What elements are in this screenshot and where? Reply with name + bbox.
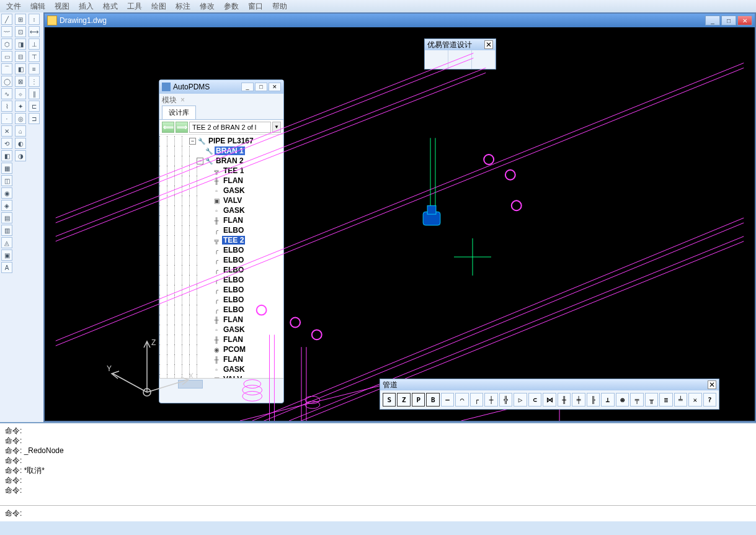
- pipe-tool-16[interactable]: ⊛: [616, 393, 629, 407]
- tree-item-flan[interactable]: ╫FLAN: [159, 215, 283, 225]
- tree-item-gask[interactable]: ▫GASK: [159, 325, 283, 335]
- tree-item-elbo[interactable]: ╭ELBO: [159, 275, 283, 285]
- snap-tool-btn-0[interactable]: ↕: [29, 14, 40, 25]
- modify-tool-btn-7[interactable]: ✦: [15, 101, 26, 112]
- autopdms-tab-module[interactable]: 模块: [162, 95, 177, 106]
- tree-item-gask[interactable]: ▫GASK: [159, 364, 283, 374]
- drawing-maximize-button[interactable]: □: [721, 16, 736, 25]
- drawing-minimize-button[interactable]: _: [705, 16, 720, 25]
- pipe-tool-22[interactable]: ?: [703, 393, 716, 407]
- tree-item-gask[interactable]: ▫GASK: [159, 205, 283, 215]
- nav-path-field[interactable]: TEE 2 of BRAN 2 of l: [189, 122, 271, 133]
- tree-expand-icon[interactable]: −: [189, 138, 196, 145]
- modify-tool-btn-5[interactable]: ⊠: [15, 76, 26, 87]
- pipe-tool-8[interactable]: ╬: [499, 393, 512, 407]
- draw-tool-btn-7[interactable]: ⌇: [1, 101, 12, 112]
- tree-item-pipe-pl3167[interactable]: −🔧PIPE PL3167: [159, 136, 283, 146]
- pipe-toolbar-close-button[interactable]: ✕: [708, 380, 716, 389]
- pipe-tool-4[interactable]: —: [441, 393, 454, 407]
- tree-item-elbo[interactable]: ╭ELBO: [159, 255, 283, 265]
- tree-item-valv[interactable]: ▣VALV: [159, 374, 283, 378]
- draw-tool-btn-3[interactable]: ▭: [1, 51, 12, 62]
- draw-tool-btn-5[interactable]: ◯: [1, 76, 12, 87]
- autopdms-panel[interactable]: AutoPDMS _ □ ✕ 模块× 设计库 ⟸ ⟹ TEE 2 of BRAN…: [159, 79, 284, 403]
- command-input[interactable]: [24, 508, 751, 519]
- draw-tool-btn-18[interactable]: ◬: [1, 237, 12, 248]
- draw-tool-btn-11[interactable]: ◧: [1, 150, 12, 161]
- tree-expand-icon[interactable]: −: [197, 158, 203, 164]
- draw-tool-btn-12[interactable]: ▦: [1, 163, 12, 174]
- autopdms-tab-library[interactable]: 设计库: [162, 106, 196, 119]
- draw-tool-btn-4[interactable]: ⌒: [1, 63, 12, 74]
- modify-tool-btn-8[interactable]: ◎: [15, 113, 26, 124]
- snap-tool-btn-1[interactable]: ⟷: [29, 26, 40, 37]
- pipe-tool-18[interactable]: ╥: [645, 393, 658, 407]
- modify-tool-btn-0[interactable]: ⊞: [15, 14, 26, 25]
- draw-tool-btn-17[interactable]: ▥: [1, 225, 12, 236]
- pipe-tool-5[interactable]: ⌒: [455, 393, 468, 407]
- pipe-tool-11[interactable]: ⋈: [543, 393, 556, 407]
- pipe-tool-0[interactable]: S: [383, 393, 396, 407]
- menu-视图[interactable]: 视图: [51, 0, 73, 13]
- tree-item-elbo[interactable]: ╭ELBO: [159, 305, 283, 315]
- tree-item-pcom[interactable]: ◉PCOM: [159, 344, 283, 354]
- snap-tool-btn-2[interactable]: ⊥: [29, 38, 40, 50]
- pipe-tool-13[interactable]: ╪: [572, 393, 585, 407]
- drawing-close-button[interactable]: ✕: [737, 16, 752, 25]
- snap-tool-btn-4[interactable]: ≡: [29, 63, 40, 74]
- tree-item-tee-2[interactable]: ╦TEE 2: [159, 235, 283, 245]
- modify-tool-btn-6[interactable]: ⟐: [15, 88, 26, 99]
- pipe-toolbar[interactable]: 管道 ✕ SZPB—⌒┌┼╬▷⊂⋈╫╪╟⊥⊛╤╥≡╧✕?: [380, 379, 719, 410]
- pipe-tool-12[interactable]: ╫: [558, 393, 571, 407]
- menu-参数[interactable]: 参数: [220, 0, 242, 13]
- tree-item-flan[interactable]: ╫FLAN: [159, 354, 283, 364]
- tree-item-flan[interactable]: ╫FLAN: [159, 335, 283, 344]
- menu-工具[interactable]: 工具: [123, 0, 146, 13]
- autopdms-minimize-button[interactable]: _: [241, 83, 254, 91]
- tree-item-bran-2[interactable]: −🔧BRAN 2: [159, 156, 283, 166]
- pipe-tool-6[interactable]: ┌: [470, 393, 483, 407]
- snap-tool-btn-8[interactable]: ⊐: [29, 113, 40, 124]
- menu-标注[interactable]: 标注: [172, 0, 194, 13]
- pipe-tool-14[interactable]: ╟: [587, 393, 600, 407]
- modify-tool-btn-2[interactable]: ◨: [15, 38, 26, 50]
- modify-tool-btn-4[interactable]: ◧: [15, 63, 26, 74]
- draw-tool-btn-6[interactable]: ∿: [1, 88, 12, 99]
- tree-item-gask[interactable]: ▫GASK: [159, 186, 283, 196]
- menu-编辑[interactable]: 编辑: [27, 0, 49, 13]
- menu-修改[interactable]: 修改: [196, 0, 218, 13]
- draw-tool-btn-16[interactable]: ▤: [1, 212, 12, 223]
- draw-tool-btn-19[interactable]: ▣: [1, 250, 12, 261]
- menu-插入[interactable]: 插入: [75, 0, 97, 13]
- tree-item-flan[interactable]: ╫FLAN: [159, 315, 283, 325]
- tree-hscrollbar[interactable]: [159, 378, 283, 389]
- pipe-tool-21[interactable]: ✕: [688, 393, 701, 407]
- pipe-design-palette[interactable]: 优易管道设计 ✕: [424, 38, 496, 70]
- draw-tool-btn-14[interactable]: ◉: [1, 187, 12, 199]
- command-history[interactable]: 命令:命令:命令: _RedoNode命令:命令: *取消*命令:命令:: [0, 423, 756, 505]
- component-tree[interactable]: −🔧PIPE PL3167🔧BRAN 1−🔧BRAN 2╦TEE 1╫FLAN▫…: [159, 135, 283, 378]
- menu-文件[interactable]: 文件: [2, 0, 25, 13]
- menu-窗口[interactable]: 窗口: [244, 0, 267, 13]
- tree-item-bran-1[interactable]: 🔧BRAN 1: [159, 146, 283, 156]
- modify-tool-btn-1[interactable]: ⊡: [15, 26, 26, 37]
- pipe-tool-9[interactable]: ▷: [514, 393, 527, 407]
- draw-tool-btn-2[interactable]: ⬡: [1, 38, 12, 50]
- modify-tool-btn-11[interactable]: ◑: [15, 150, 26, 161]
- draw-tool-btn-15[interactable]: ◈: [1, 200, 12, 211]
- draw-tool-btn-20[interactable]: A: [1, 262, 12, 273]
- draw-tool-btn-0[interactable]: ╱: [1, 14, 12, 25]
- tree-item-elbo[interactable]: ╭ELBO: [159, 285, 283, 295]
- snap-tool-btn-6[interactable]: ∥: [29, 88, 40, 99]
- snap-tool-btn-5[interactable]: ⋮: [29, 76, 40, 87]
- pipe-tool-1[interactable]: Z: [397, 393, 410, 407]
- pipe-tool-20[interactable]: ╧: [674, 393, 687, 407]
- menu-帮助[interactable]: 帮助: [269, 0, 291, 13]
- drawing-canvas[interactable]: 优易管道设计 ✕ AutoPDMS _ □ ✕ 模块× 设计库: [45, 27, 755, 421]
- tree-item-flan[interactable]: ╫FLAN: [159, 176, 283, 186]
- snap-tool-btn-3[interactable]: ⊤: [29, 51, 40, 62]
- tree-item-elbo[interactable]: ╭ELBO: [159, 295, 283, 305]
- tree-item-elbo[interactable]: ╭ELBO: [159, 225, 283, 235]
- menu-绘图[interactable]: 绘图: [148, 0, 170, 13]
- autopdms-maximize-button[interactable]: □: [255, 83, 267, 91]
